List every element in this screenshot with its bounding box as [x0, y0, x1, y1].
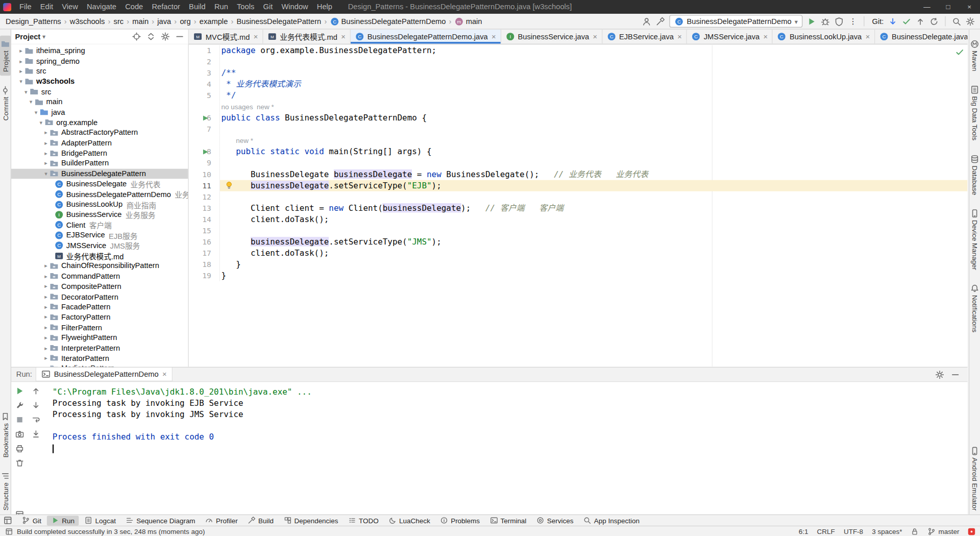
panel-options-icon[interactable]: [161, 32, 170, 41]
menu-code[interactable]: Code: [121, 0, 148, 14]
tree-node-CommandPattern[interactable]: ▸CommandPattern: [11, 271, 188, 281]
tree-node-BridgePattern[interactable]: ▸BridgePattern: [11, 148, 188, 158]
wrench-icon[interactable]: [14, 400, 24, 410]
code-line-text[interactable]: Client client = new Client(businessDeleg…: [220, 203, 967, 214]
tab-BusinessLookUp-java[interactable]: CBusinessLookUp.java×: [773, 30, 875, 44]
breadcrumb-item[interactable]: mmain: [454, 16, 482, 26]
git-history-icon[interactable]: [929, 16, 939, 26]
breadcrumb-item[interactable]: CBusinessDelegatePatternDemo: [329, 16, 447, 26]
breadcrumb-item[interactable]: example: [199, 17, 229, 26]
breadcrumb-item[interactable]: org: [179, 17, 191, 26]
code-line-text[interactable]: * 业务代表模式演示: [220, 79, 967, 90]
tree-node-AdapterPattern[interactable]: ▸AdapterPattern: [11, 138, 188, 148]
tree-node-MediatorPattern[interactable]: ▸MediatorPattern: [11, 363, 188, 367]
menu-help[interactable]: Help: [312, 0, 336, 14]
code-line-text[interactable]: */: [220, 90, 967, 101]
code-line-text[interactable]: client.doTask();: [220, 248, 967, 259]
tree-toggle-icon[interactable]: ▸: [42, 273, 49, 279]
line-separator[interactable]: CRLF: [817, 527, 835, 535]
tree-toggle-icon[interactable]: ▸: [42, 160, 49, 166]
code-line[interactable]: 1package org.example.BusinessDelegatePat…: [189, 45, 968, 56]
code-line[interactable]: 4 * 业务代表模式演示: [189, 79, 968, 90]
tool-window-button-todo[interactable]: TODO: [344, 516, 383, 526]
tab-BusinessDelegatePatternDemo-java[interactable]: CBusinessDelegatePatternDemo.java×: [351, 30, 501, 44]
tree-node-BusinessDelegate[interactable]: CBusinessDelegate业务代表: [11, 179, 188, 189]
tool-window-button-dependencies[interactable]: Dependencies: [279, 516, 342, 526]
run-settings-icon[interactable]: [935, 370, 944, 379]
tree-node-BusinessService[interactable]: IBusinessService业务服务: [11, 210, 188, 220]
breadcrumb-item[interactable]: w3schools: [69, 17, 106, 26]
more-icon[interactable]: ⋮: [848, 16, 857, 26]
tree-node-EJBService[interactable]: CEJBServiceEJB服务: [11, 230, 188, 240]
tree-toggle-icon[interactable]: ▸: [42, 263, 49, 269]
git-push-icon[interactable]: [916, 16, 925, 26]
menu-tools[interactable]: Tools: [232, 0, 258, 14]
tree-node-org-example[interactable]: ▾org.example: [11, 117, 188, 128]
tree-node-src[interactable]: ▾src: [11, 87, 188, 97]
code-line-text[interactable]: package org.example.BusinessDelegatePatt…: [220, 45, 967, 56]
code-line[interactable]: 5 */: [189, 90, 968, 101]
menu-edit[interactable]: Edit: [36, 0, 57, 14]
code-line-text[interactable]: [220, 158, 967, 169]
tab-close-icon[interactable]: ×: [677, 32, 682, 41]
breadcrumb-item[interactable]: java: [157, 17, 172, 26]
tab-close-icon[interactable]: ×: [866, 32, 870, 41]
tree-toggle-icon[interactable]: ▸: [42, 324, 49, 330]
code-line[interactable]: 19}: [189, 270, 968, 281]
tree-node-BusinessDelegatePatternDemo[interactable]: CBusinessDelegatePatternDemo业务代表模式演示: [11, 189, 188, 199]
tree-toggle-icon[interactable]: ▸: [17, 47, 24, 54]
inspections-ok-icon[interactable]: [955, 47, 964, 57]
code-line-text[interactable]: no usages new *: [220, 101, 967, 112]
code-line[interactable]: 13 Client client = new Client(businessDe…: [189, 203, 968, 214]
stripe-item-big-data-tools[interactable]: Big Data Tools: [969, 81, 980, 144]
indent-style[interactable]: 3 spaces*: [872, 527, 902, 535]
code-line[interactable]: 16 businessDelegate.setServiceType("JMS"…: [189, 236, 968, 248]
tool-window-button-build[interactable]: Build: [243, 516, 278, 526]
caret-position[interactable]: 6:1: [799, 527, 808, 535]
minimize-button[interactable]: —: [916, 0, 938, 14]
project-panel-title[interactable]: Project: [15, 32, 40, 41]
code-line[interactable]: 18 }: [189, 259, 968, 270]
code-line[interactable]: 9: [189, 158, 968, 169]
code-line-text[interactable]: public static void main(String[] args) {: [220, 147, 967, 158]
search-everywhere-icon[interactable]: [952, 16, 961, 26]
scrollend-icon[interactable]: [31, 429, 41, 439]
code-line-text[interactable]: new *: [220, 135, 967, 146]
stripe-item-bookmarks[interactable]: Bookmarks: [0, 408, 11, 461]
tree-node-BuilderPattern[interactable]: ▸BuilderPattern: [11, 158, 188, 168]
tree-node-AbstractFactoryPattern[interactable]: ▸AbstractFactoryPattern: [11, 128, 188, 138]
tree-toggle-icon[interactable]: ▾: [17, 79, 24, 85]
tree-node-BusinessDelegatePattern[interactable]: ▾BusinessDelegatePattern: [11, 168, 188, 179]
tool-window-button-terminal[interactable]: Terminal: [485, 516, 531, 526]
softwrap-icon[interactable]: [31, 415, 41, 425]
user-avatar-icon[interactable]: [642, 16, 651, 26]
menu-build[interactable]: Build: [185, 0, 210, 14]
status-message[interactable]: Build completed successfully in 3 sec, 2…: [17, 527, 205, 535]
tool-window-button-git[interactable]: Git: [17, 516, 45, 526]
tool-window-button-services[interactable]: Services: [532, 516, 578, 526]
stripe-item-commit[interactable]: Commit: [0, 82, 11, 125]
code-line[interactable]: 10 BusinessDelegate businessDelegate = n…: [189, 169, 968, 180]
tree-node-JMSService[interactable]: CJMSServiceJMS服务: [11, 240, 188, 251]
tree-toggle-icon[interactable]: ▾: [33, 109, 39, 115]
tree-node-FilterPattern[interactable]: ▸FilterPattern: [11, 322, 188, 332]
status-window-icon[interactable]: [5, 527, 13, 535]
stripe-item-project[interactable]: Project: [0, 36, 11, 76]
tree-toggle-icon[interactable]: ▾: [22, 89, 29, 95]
git-branch[interactable]: master: [928, 527, 960, 535]
code-editor[interactable]: 1package org.example.BusinessDelegatePat…: [189, 45, 968, 367]
tab-JMSService-java[interactable]: CJMSService.java×: [687, 30, 773, 44]
run-console[interactable]: "C:\Program Files\Java\jdk1.8.0_201\bin\…: [47, 382, 967, 515]
tree-toggle-icon[interactable]: ▾: [42, 170, 49, 177]
stripe-item-notifications[interactable]: Notifications: [969, 280, 980, 336]
tree-node-DecoratorPattern[interactable]: ▸DecoratorPattern: [11, 291, 188, 302]
coverage-button[interactable]: [835, 16, 844, 26]
tree-node-FlyweightPattern[interactable]: ▸FlyweightPattern: [11, 332, 188, 343]
git-commit-icon[interactable]: [902, 16, 911, 26]
camera-icon[interactable]: [14, 429, 24, 439]
rerun-icon[interactable]: [14, 386, 24, 396]
code-line-text[interactable]: }: [220, 259, 967, 270]
tab-close-icon[interactable]: ×: [254, 32, 258, 41]
close-button[interactable]: ×: [959, 0, 980, 14]
red-notification-icon[interactable]: [968, 528, 975, 534]
